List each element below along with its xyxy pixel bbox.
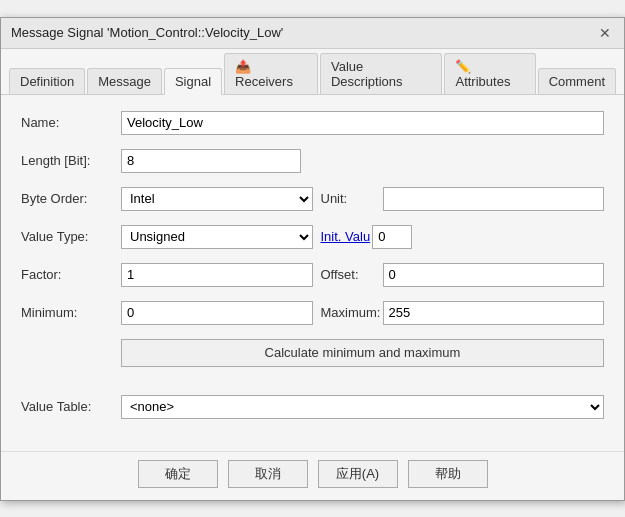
value-type-row: Value Type: Unsigned Signed Float Double… (21, 225, 604, 249)
maximum-label: Maximum: (313, 305, 383, 320)
tab-message-label: Message (98, 74, 151, 89)
help-button[interactable]: 帮助 (408, 460, 488, 488)
tab-signal[interactable]: Signal (164, 68, 222, 95)
length-label: Length [Bit]: (21, 153, 121, 168)
tab-bar: Definition Message Signal 📤Receivers Val… (1, 49, 624, 95)
offset-input[interactable] (383, 263, 605, 287)
name-row: Name: (21, 111, 604, 135)
ok-button[interactable]: 确定 (138, 460, 218, 488)
tab-definition[interactable]: Definition (9, 68, 85, 94)
tab-attributes-label: Attributes (455, 74, 510, 89)
tab-attributes[interactable]: ✏️Attributes (444, 53, 535, 94)
unit-input[interactable] (383, 187, 605, 211)
value-table-label: Value Table: (21, 399, 121, 414)
tab-value-descriptions-label: Value Descriptions (331, 59, 403, 89)
length-row: Length [Bit]: (21, 149, 604, 173)
tab-signal-label: Signal (175, 74, 211, 89)
value-type-group: Value Type: Unsigned Signed Float Double (21, 225, 313, 249)
tab-comment[interactable]: Comment (538, 68, 616, 94)
attributes-icon: ✏️ (455, 59, 471, 74)
init-value-group: Init. Valu (313, 225, 605, 249)
byte-order-label: Byte Order: (21, 191, 121, 206)
byte-order-select[interactable]: Intel Motorola MSB Motorola LSB (121, 187, 313, 211)
apply-button[interactable]: 应用(A) (318, 460, 398, 488)
close-button[interactable]: ✕ (596, 24, 614, 42)
value-type-label: Value Type: (21, 229, 121, 244)
tab-comment-label: Comment (549, 74, 605, 89)
value-table-select[interactable]: <none> (121, 395, 604, 419)
min-max-row: Minimum: Maximum: (21, 301, 604, 325)
dialog-title: Message Signal 'Motion_Control::Velocity… (11, 25, 283, 40)
length-input[interactable] (121, 149, 301, 173)
receivers-icon: 📤 (235, 59, 251, 74)
unit-label: Unit: (313, 191, 383, 206)
factor-label: Factor: (21, 267, 121, 282)
minimum-input[interactable] (121, 301, 313, 325)
factor-group: Factor: (21, 263, 313, 287)
tab-message[interactable]: Message (87, 68, 162, 94)
name-input[interactable] (121, 111, 604, 135)
factor-offset-row: Factor: Offset: (21, 263, 604, 287)
button-row: 确定 取消 应用(A) 帮助 (1, 451, 624, 500)
form-content: Name: Length [Bit]: Byte Order: Intel Mo… (1, 95, 624, 451)
title-bar: Message Signal 'Motion_Control::Velocity… (1, 18, 624, 49)
offset-label: Offset: (313, 267, 383, 282)
offset-group: Offset: (313, 263, 605, 287)
tab-receivers[interactable]: 📤Receivers (224, 53, 318, 94)
maximum-group: Maximum: (313, 301, 605, 325)
minimum-group: Minimum: (21, 301, 313, 325)
value-type-select[interactable]: Unsigned Signed Float Double (121, 225, 313, 249)
tab-receivers-label: Receivers (235, 74, 293, 89)
name-label: Name: (21, 115, 121, 130)
maximum-input[interactable] (383, 301, 605, 325)
init-value-link[interactable]: Init. Valu (313, 229, 371, 244)
tab-definition-label: Definition (20, 74, 74, 89)
tab-value-descriptions[interactable]: Value Descriptions (320, 53, 443, 94)
calc-button[interactable]: Calculate minimum and maximum (121, 339, 604, 367)
cancel-button[interactable]: 取消 (228, 460, 308, 488)
byte-order-group: Byte Order: Intel Motorola MSB Motorola … (21, 187, 313, 211)
byte-order-unit-row: Byte Order: Intel Motorola MSB Motorola … (21, 187, 604, 211)
init-value-input[interactable] (372, 225, 412, 249)
calc-btn-wrapper: Calculate minimum and maximum (21, 339, 604, 381)
dialog: Message Signal 'Motion_Control::Velocity… (0, 17, 625, 501)
value-table-row: Value Table: <none> (21, 395, 604, 419)
minimum-label: Minimum: (21, 305, 121, 320)
factor-input[interactable] (121, 263, 313, 287)
unit-group: Unit: (313, 187, 605, 211)
